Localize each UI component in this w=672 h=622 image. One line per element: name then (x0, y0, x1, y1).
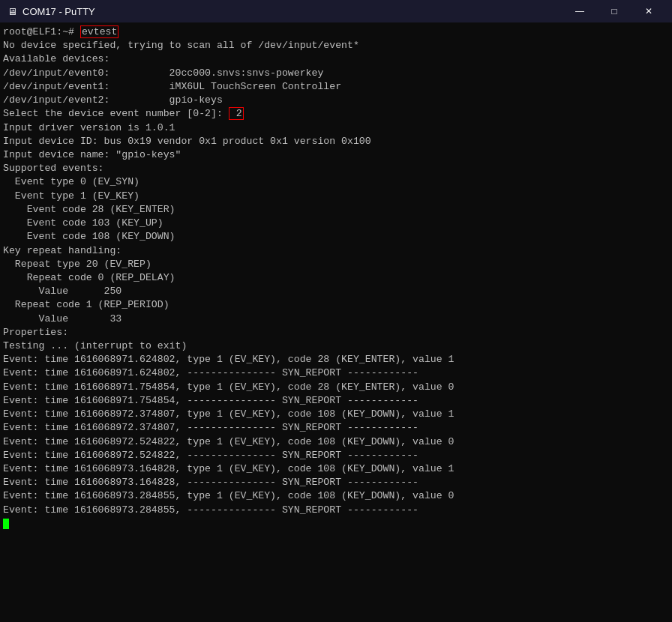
device-select-line: Select the device event number [0-2]: 2 (3, 107, 244, 120)
line-35: Event: time 1616068973.284855, type 1 (E… (3, 490, 454, 501)
line-18: Repeat type 20 (EV_REP) (3, 259, 152, 270)
line-6: /dev/input/event2: gpio-keys (3, 94, 223, 106)
line-32: Event: time 1616068972.524822, ---------… (3, 450, 418, 461)
app-icon: 🖥 (6, 5, 18, 17)
line-25: Event: time 1616068971.624802, type 1 (E… (3, 354, 454, 365)
line-28: Event: time 1616068971.754854, ---------… (3, 395, 418, 406)
line-26: Event: time 1616068971.624802, ---------… (3, 367, 418, 378)
terminal-cursor (3, 519, 9, 529)
command-highlight: evtest (80, 25, 118, 38)
line-9: Input device ID: bus 0x19 vendor 0x1 pro… (3, 136, 371, 147)
line-24: Testing ... (interrupt to exit) (3, 340, 187, 351)
line-23: Properties: (3, 327, 68, 338)
window-controls: — □ ✕ (562, 0, 666, 22)
line-20: Value 250 (3, 286, 122, 297)
terminal-output[interactable]: root@ELF1:~# evtest No device specified,… (0, 22, 672, 622)
line-5: /dev/input/event1: iMX6UL TouchScreen Co… (3, 81, 341, 92)
line-11: Supported events: (3, 163, 104, 174)
line-27: Event: time 1616068971.754854, type 1 (E… (3, 381, 454, 393)
line-14: Event code 28 (KEY_ENTER) (3, 204, 176, 215)
line-30: Event: time 1616068972.374807, ---------… (3, 422, 418, 433)
line-34: Event: time 1616068973.164828, ---------… (3, 477, 418, 488)
line-8: Input driver version is 1.0.1 (3, 122, 176, 133)
line-22: Value 33 (3, 313, 122, 324)
line-31: Event: time 1616068972.524822, type 1 (E… (3, 436, 454, 447)
minimize-button[interactable]: — (562, 0, 597, 22)
line-33: Event: time 1616068973.164828, type 1 (E… (3, 463, 454, 474)
line-21: Repeat code 1 (REP_PERIOD) (3, 299, 170, 310)
line-12: Event type 0 (EV_SYN) (3, 176, 140, 187)
prompt-line: root@ELF1:~# evtest (3, 25, 118, 38)
line-2: No device specified, trying to scan all … (3, 40, 359, 51)
line-36: Event: time 1616068973.284855, ---------… (3, 504, 418, 516)
line-10: Input device name: "gpio-keys" (3, 149, 181, 160)
close-button[interactable]: ✕ (632, 0, 666, 22)
line-19: Repeat code 0 (REP_DELAY) (3, 272, 176, 283)
line-16: Event code 108 (KEY_DOWN) (3, 231, 176, 242)
window-title: COM17 - PuTTY (22, 6, 95, 17)
line-3: Available devices: (3, 53, 110, 64)
title-bar: 🖥 COM17 - PuTTY — □ ✕ (0, 0, 672, 22)
line-15: Event code 103 (KEY_UP) (3, 217, 164, 229)
line-29: Event: time 1616068972.374807, type 1 (E… (3, 408, 454, 420)
line-4: /dev/input/event0: 20cc000.snvs:snvs-pow… (3, 67, 323, 79)
maximize-button[interactable]: □ (597, 0, 632, 22)
line-13: Event type 1 (EV_KEY) (3, 190, 140, 202)
device-number-highlight: 2 (229, 107, 244, 120)
line-17: Key repeat handling: (3, 245, 122, 256)
